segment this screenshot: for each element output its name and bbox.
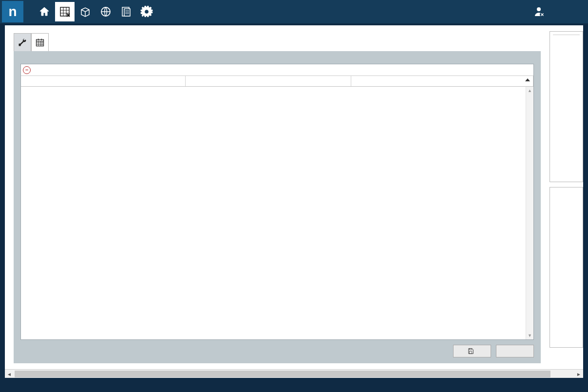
column-header-user[interactable] [186,76,351,86]
scroll-left-icon[interactable]: ◄ [5,370,14,378]
scroll-right-icon[interactable]: ► [574,370,583,378]
svg-rect-13 [19,44,21,46]
scroll-down-icon[interactable]: ▼ [526,332,533,339]
scroll-thumb[interactable] [15,371,550,377]
package-button[interactable] [76,2,95,21]
chart-axis [552,192,583,345]
user-icon[interactable] [531,4,546,19]
grid-header [21,76,533,87]
tab-calendar[interactable] [31,33,49,52]
panel-tabs [14,33,541,52]
save-button[interactable] [453,345,491,357]
minimize-button[interactable] [554,8,561,15]
column-header-name[interactable] [21,76,186,86]
checkout-grid: – ▲ ▼ [20,64,534,340]
top-toolbar: n [0,0,588,23]
grid-body: ▲ ▼ [21,87,533,339]
vertical-scrollbar[interactable]: ▲ ▼ [526,87,533,339]
column-header-date[interactable] [351,76,533,86]
delete-button[interactable]: – [23,66,31,74]
globe-button[interactable] [96,2,115,21]
document-button[interactable] [116,2,136,21]
scroll-up-icon[interactable]: ▲ [526,87,533,94]
side-card-title [553,34,580,35]
settings-button[interactable] [137,2,156,21]
app-logo: n [2,1,23,22]
right-sidebar [550,25,583,369]
tab-tools[interactable] [14,33,31,52]
svg-point-11 [537,7,541,11]
side-chart [550,187,583,348]
content-card: – ▲ ▼ [14,51,541,363]
cancel-button[interactable] [496,345,534,357]
maximize-button[interactable] [566,8,572,15]
footer-buttons [20,340,534,357]
workspace: – ▲ ▼ [5,25,583,378]
grid-button[interactable] [55,2,75,21]
svg-rect-24 [470,352,472,354]
close-button[interactable] [577,8,584,15]
horizontal-scrollbar[interactable]: ◄ ► [5,369,583,378]
save-icon [467,348,474,355]
sort-ascending-icon [525,78,530,81]
chart-title [552,189,583,190]
side-card-customers [550,31,583,182]
window-controls [531,0,584,23]
grid-toolbar: – [21,64,533,76]
home-button[interactable] [35,2,54,21]
main-panel: – ▲ ▼ [5,25,550,369]
